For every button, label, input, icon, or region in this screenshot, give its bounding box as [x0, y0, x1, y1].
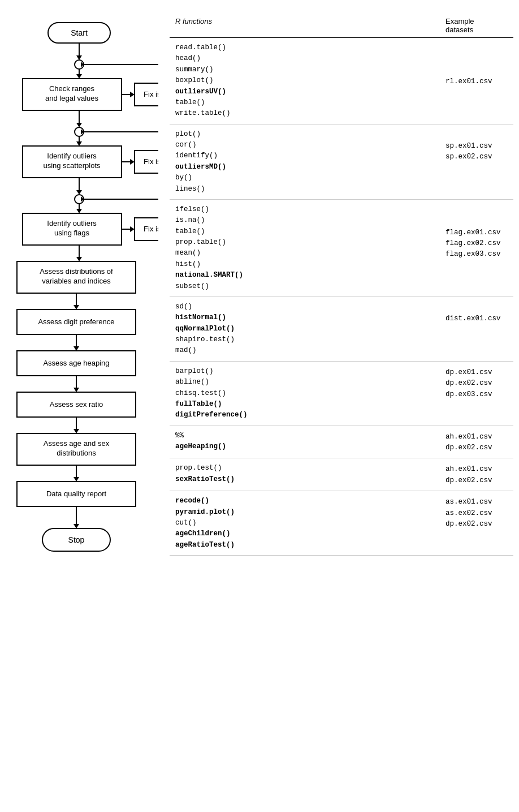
table-section: R functions Example datasets read.table(…	[158, 11, 513, 806]
svg-text:Identify outliers: Identify outliers	[47, 152, 97, 160]
datasets-cell: dist.ex01.csv	[446, 302, 513, 356]
functions-cell: read.table()head()summary()boxplot()outl…	[170, 42, 446, 119]
table-row: barplot()abline()chisq.test()fullTable()…	[170, 362, 513, 426]
svg-text:Check ranges: Check ranges	[49, 84, 95, 93]
svg-marker-5	[76, 74, 82, 79]
table-header: R functions Example datasets	[170, 17, 513, 38]
svg-marker-10	[130, 92, 135, 97]
table-row: ifelse()is.na()table()prop.table()mean()…	[170, 200, 513, 297]
datasets-cell: dp.ex01.csvdp.ex02.csvdp.ex03.csv	[446, 366, 513, 421]
table-row: prop.test()sexRatioTest() ah.ex01.csvdp.…	[170, 458, 513, 491]
functions-cell: barplot()abline()chisq.test()fullTable()…	[170, 366, 446, 421]
svg-marker-20	[76, 141, 82, 146]
svg-text:Assess distributions of: Assess distributions of	[40, 267, 113, 276]
datasets-cell: rl.ex01.csv	[446, 42, 513, 119]
flowchart-svg: Start Check ranges and legal values Fix …	[6, 17, 158, 806]
svg-text:using scatterplots: using scatterplots	[43, 161, 101, 170]
datasets-cell: sp.ex01.csvsp.ex02.csv	[446, 129, 513, 195]
svg-marker-32	[76, 190, 82, 195]
table-row: plot()cor()identify()outliersMD()by()lin…	[170, 124, 513, 200]
svg-marker-25	[130, 159, 135, 165]
table-row: sd()histNormal()qqNormalPlot()shapiro.te…	[170, 297, 513, 362]
datasets-cell: as.ex01.csvas.ex02.csvdp.ex02.csv	[446, 496, 513, 551]
svg-text:variables and indices: variables and indices	[42, 277, 111, 285]
functions-cell: sd()histNormal()qqNormalPlot()shapiro.te…	[170, 302, 446, 356]
svg-marker-40	[130, 226, 135, 232]
svg-marker-17	[76, 123, 82, 127]
svg-marker-35	[76, 209, 82, 213]
svg-text:and legal values: and legal values	[45, 94, 98, 102]
functions-cell: recode()pyramid.plot()cut()ageChildren()…	[170, 496, 446, 551]
stop-label: Stop	[68, 535, 85, 544]
svg-marker-60	[73, 388, 79, 392]
svg-marker-47	[76, 257, 82, 261]
functions-cell: prop.test()sexRatioTest()	[170, 463, 446, 486]
functions-cell: plot()cor()identify()outliersMD()by()lin…	[170, 129, 446, 195]
svg-marker-73	[73, 524, 79, 529]
svg-text:Assess sex ratio: Assess sex ratio	[50, 400, 103, 409]
svg-marker-2	[76, 55, 82, 60]
svg-text:Identify outliers: Identify outliers	[47, 219, 97, 227]
svg-text:Fix issues: Fix issues	[144, 225, 158, 233]
svg-text:Assess age heaping: Assess age heaping	[43, 359, 109, 367]
page: Start Check ranges and legal values Fix …	[0, 0, 519, 812]
functions-cell: %%ageHeaping()	[170, 431, 446, 454]
svg-text:Data quality report: Data quality report	[46, 489, 107, 498]
svg-text:using flags: using flags	[54, 229, 90, 237]
svg-text:Fix issues: Fix issues	[144, 90, 158, 98]
start-label: Start	[71, 28, 88, 37]
svg-text:Assess digit preference: Assess digit preference	[38, 317, 114, 326]
svg-marker-64	[73, 429, 79, 433]
header-example-datasets: Example datasets	[446, 17, 513, 34]
table-row: read.table()head()summary()boxplot()outl…	[170, 38, 513, 124]
svg-text:Assess age and sex: Assess age and sex	[44, 439, 110, 448]
functions-cell: ifelse()is.na()table()prop.table()mean()…	[170, 204, 446, 292]
svg-marker-56	[73, 346, 79, 351]
svg-marker-52	[73, 305, 79, 310]
svg-marker-69	[73, 477, 79, 482]
svg-text:distributions: distributions	[57, 449, 96, 457]
header-r-functions: R functions	[170, 17, 446, 34]
table-row: %%ageHeaping() ah.ex01.csvdp.ex02.csv	[170, 426, 513, 459]
flowchart: Start Check ranges and legal values Fix …	[6, 11, 158, 806]
table-row: recode()pyramid.plot()cut()ageChildren()…	[170, 491, 513, 556]
datasets-cell: ah.ex01.csvdp.ex02.csv	[446, 431, 513, 454]
datasets-cell: flag.ex01.csvflag.ex02.csvflag.ex03.csv	[446, 204, 513, 292]
svg-text:Fix issues: Fix issues	[144, 157, 158, 166]
datasets-cell: ah.ex01.csvdp.ex02.csv	[446, 463, 513, 486]
